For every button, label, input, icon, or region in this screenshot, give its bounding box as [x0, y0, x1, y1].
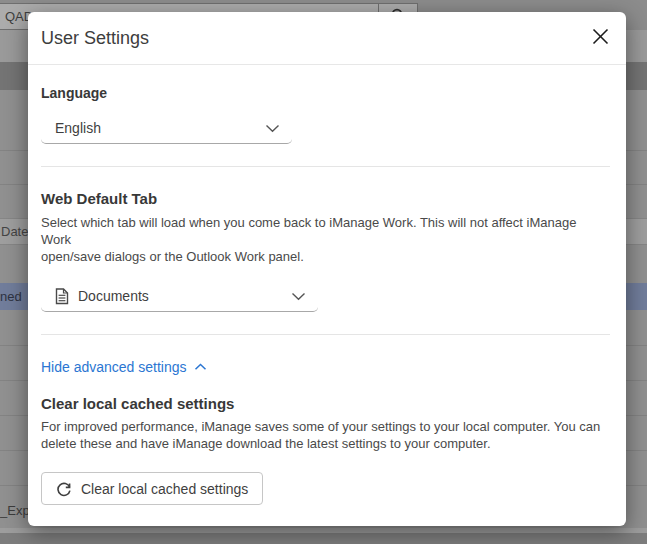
description-line: For improved performance, iManage saves … — [41, 418, 610, 435]
screen: QAD Date ned _Exp User Settings — [0, 0, 647, 544]
dialog-header: User Settings — [28, 12, 626, 65]
web-default-tab-heading: Web Default Tab — [41, 190, 610, 207]
chevron-down-icon — [291, 287, 306, 305]
refresh-icon — [56, 481, 72, 497]
default-tab-select[interactable]: Documents — [41, 281, 318, 312]
description-line: delete these and have iManage download t… — [41, 435, 610, 452]
user-settings-dialog: User Settings Language English — [28, 12, 626, 526]
language-label: Language — [41, 85, 610, 101]
dialog-body: Language English Web Default Tab Select … — [28, 85, 626, 505]
clear-cache-heading: Clear local cached settings — [41, 395, 610, 412]
language-select[interactable]: English — [41, 113, 292, 144]
document-icon — [55, 288, 69, 305]
default-tab-select-label: Documents — [78, 288, 149, 304]
description-line: open/save dialogs or the Outlook Work pa… — [41, 248, 610, 265]
clear-cache-button-label: Clear local cached settings — [81, 481, 248, 497]
section-divider — [41, 166, 610, 167]
web-default-tab-description: Select which tab will load when you come… — [41, 214, 610, 265]
close-icon — [591, 27, 610, 49]
clear-cache-description: For improved performance, iManage saves … — [41, 418, 610, 452]
section-divider — [41, 334, 610, 335]
clear-cache-button[interactable]: Clear local cached settings — [41, 472, 263, 505]
chevron-up-icon — [194, 363, 207, 371]
close-button[interactable] — [587, 25, 613, 51]
background-bottom-row-text: _Exp — [0, 503, 30, 518]
chevron-down-icon — [265, 119, 280, 137]
background-selected-row-text: ned — [0, 289, 22, 304]
dialog-title: User Settings — [41, 28, 149, 49]
hide-advanced-settings-label: Hide advanced settings — [41, 359, 187, 375]
background-footer-band — [0, 533, 647, 544]
description-line: Select which tab will load when you come… — [41, 214, 610, 248]
hide-advanced-settings-link[interactable]: Hide advanced settings — [41, 359, 207, 375]
language-select-value: English — [55, 120, 265, 136]
default-tab-select-value: Documents — [55, 288, 291, 305]
background-date-column-label: Date — [0, 224, 28, 239]
